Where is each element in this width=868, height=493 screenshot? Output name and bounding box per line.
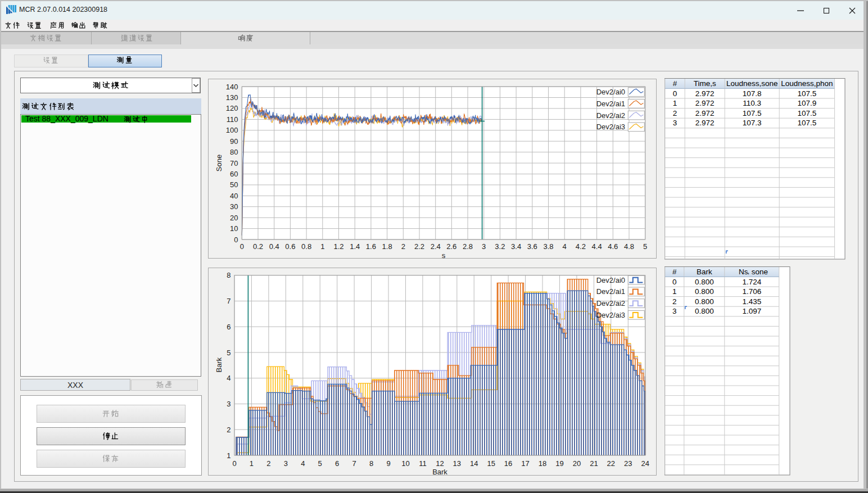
- svg-text:120: 120: [225, 104, 238, 112]
- svg-text:1.097: 1.097: [742, 307, 761, 315]
- svg-text:,: ,: [748, 268, 749, 275]
- svg-text:100: 100: [225, 126, 238, 134]
- svg-text:Dev2/ai2: Dev2/ai2: [596, 299, 625, 307]
- svg-text:9: 9: [386, 459, 390, 467]
- svg-text:140: 140: [225, 82, 238, 91]
- svg-text:50: 50: [230, 180, 238, 189]
- svg-text:1: 1: [672, 287, 677, 296]
- svg-text:5: 5: [643, 242, 647, 251]
- svg-text:#: #: [672, 268, 677, 276]
- svg-text:3.2: 3.2: [495, 242, 505, 251]
- svg-text:2.2: 2.2: [414, 242, 424, 251]
- svg-text:4: 4: [301, 459, 305, 467]
- svg-text:Dev2/ai0: Dev2/ai0: [596, 275, 625, 284]
- svg-text:0: 0: [239, 242, 243, 251]
- svg-text:Dev2/ai2: Dev2/ai2: [596, 111, 625, 119]
- svg-text:23: 23: [624, 459, 632, 467]
- svg-text:3: 3: [482, 242, 486, 251]
- svg-text:30: 30: [230, 202, 238, 211]
- svg-text:107.5: 107.5: [798, 119, 817, 127]
- svg-text:17: 17: [521, 459, 529, 467]
- svg-text:1: 1: [320, 242, 324, 251]
- svg-text:Dev2/ai1: Dev2/ai1: [596, 287, 625, 296]
- svg-text:107.5: 107.5: [798, 109, 817, 117]
- svg-text:2.972: 2.972: [695, 89, 715, 98]
- svg-text:0: 0: [234, 235, 238, 243]
- svg-text:1: 1: [227, 451, 230, 459]
- svg-text:2: 2: [401, 242, 405, 251]
- svg-text:60: 60: [230, 170, 238, 178]
- svg-text:10: 10: [401, 459, 409, 467]
- svg-text:Dev2/ai0: Dev2/ai0: [596, 88, 625, 96]
- svg-text:107.9: 107.9: [798, 99, 817, 107]
- svg-text:5: 5: [318, 459, 322, 467]
- svg-text:Loudness,sone: Loudness,sone: [726, 79, 778, 88]
- svg-text:3.6: 3.6: [527, 242, 537, 251]
- svg-text:2: 2: [227, 425, 230, 433]
- svg-text:Bark: Bark: [697, 268, 712, 276]
- svg-text:19: 19: [555, 459, 563, 467]
- svg-text:Dev2/ai3: Dev2/ai3: [596, 123, 625, 131]
- svg-text:6: 6: [335, 459, 339, 467]
- svg-text:110.3: 110.3: [743, 99, 761, 107]
- svg-text:2.8: 2.8: [462, 242, 472, 251]
- svg-text:1.8: 1.8: [382, 242, 392, 251]
- svg-text:40: 40: [230, 191, 238, 200]
- svg-text:130: 130: [225, 93, 238, 102]
- svg-text:0: 0: [232, 459, 236, 467]
- svg-text:20: 20: [230, 213, 238, 221]
- svg-text:0.6: 0.6: [285, 242, 295, 251]
- svg-text:0.4: 0.4: [269, 242, 279, 251]
- svg-text:Dev2/ai1: Dev2/ai1: [596, 99, 625, 107]
- svg-text:0.800: 0.800: [695, 307, 714, 315]
- svg-text:4: 4: [227, 374, 230, 382]
- svg-text:20: 20: [572, 459, 580, 467]
- svg-text:2.972: 2.972: [695, 119, 715, 127]
- svg-text:0: 0: [672, 278, 677, 286]
- svg-text:2: 2: [673, 109, 677, 117]
- svg-text:2.972: 2.972: [695, 109, 715, 117]
- svg-text:13: 13: [453, 459, 460, 467]
- svg-text:3.4: 3.4: [511, 242, 521, 251]
- svg-text:1.435: 1.435: [742, 297, 761, 306]
- svg-text:24: 24: [641, 459, 649, 467]
- svg-text:14: 14: [469, 459, 477, 467]
- svg-text:0.8: 0.8: [301, 242, 311, 251]
- svg-text:1: 1: [249, 459, 253, 467]
- svg-text:2.6: 2.6: [446, 242, 456, 251]
- svg-text:Loudness,phon: Loudness,phon: [781, 79, 833, 88]
- svg-text:4.2: 4.2: [575, 242, 585, 251]
- svg-text:2.4: 2.4: [430, 242, 440, 251]
- svg-text:3: 3: [672, 307, 677, 315]
- svg-text:15: 15: [487, 459, 495, 467]
- svg-text:Time,s: Time,s: [694, 79, 716, 88]
- svg-text:1.706: 1.706: [742, 287, 761, 296]
- svg-text:Dev2/ai3: Dev2/ai3: [596, 310, 625, 319]
- svg-text:1.2: 1.2: [333, 242, 343, 251]
- svg-text:7: 7: [352, 459, 356, 467]
- svg-text:18: 18: [538, 459, 546, 467]
- svg-text:7: 7: [227, 297, 230, 305]
- svg-text:4.6: 4.6: [608, 242, 618, 251]
- svg-text:70: 70: [230, 159, 238, 167]
- svg-text:6: 6: [227, 322, 230, 331]
- svg-text:0.2: 0.2: [252, 242, 263, 251]
- svg-text:#: #: [673, 79, 677, 88]
- svg-text:Bark: Bark: [432, 467, 447, 476]
- svg-text:8: 8: [369, 459, 373, 467]
- svg-text:16: 16: [504, 459, 512, 467]
- svg-text:0.800: 0.800: [695, 297, 714, 306]
- svg-text:0.800: 0.800: [695, 278, 714, 286]
- svg-text:11: 11: [419, 459, 427, 467]
- svg-text:s: s: [441, 251, 445, 259]
- svg-text:Sone: Sone: [215, 154, 223, 171]
- svg-text:107.5: 107.5: [743, 109, 762, 117]
- svg-text:22: 22: [607, 459, 614, 467]
- svg-text:Ns: Ns: [739, 268, 748, 276]
- svg-text:107.8: 107.8: [743, 89, 762, 98]
- svg-text:8: 8: [227, 271, 230, 279]
- svg-text:4: 4: [562, 242, 566, 251]
- svg-text:3.8: 3.8: [543, 242, 553, 251]
- svg-text:1: 1: [673, 99, 677, 107]
- svg-text:3: 3: [673, 119, 677, 127]
